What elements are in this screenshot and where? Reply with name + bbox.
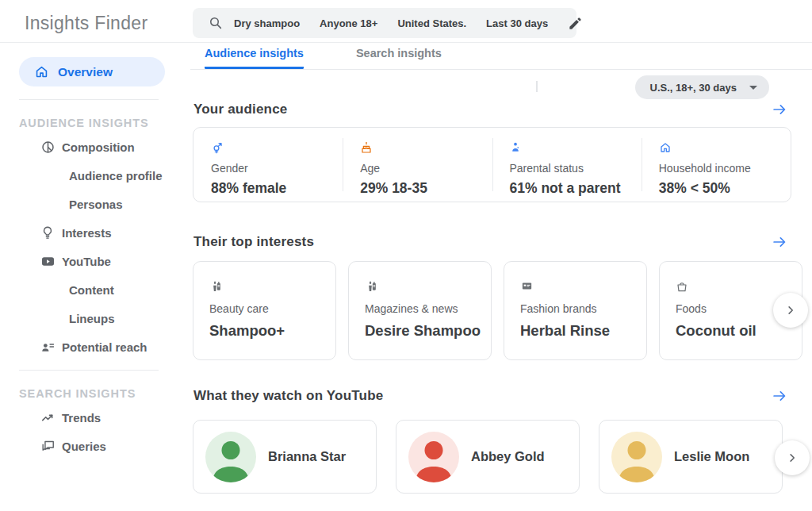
chevron-right-icon	[783, 303, 798, 317]
sidebar-divider	[19, 370, 159, 371]
channel-card-abbey-gold[interactable]: Abbey Gold	[396, 420, 580, 494]
brand-card-icon	[520, 280, 646, 293]
scroll-right-button[interactable]	[773, 293, 808, 328]
sidebar-item-label: Queries	[62, 440, 106, 453]
youtube-channels-row: Brianna Star Abbey Gold Leslie Moon	[193, 420, 812, 494]
channel-card-brianna-star[interactable]: Brianna Star	[193, 420, 377, 494]
sidebar-item-personas[interactable]: Personas	[0, 190, 190, 218]
interest-name: Desire Shampoo	[365, 322, 491, 340]
interest-category: Fashion brands	[520, 302, 646, 315]
channel-card-leslie-moon[interactable]: Leslie Moon	[599, 420, 783, 494]
app-title: Insights Finder	[25, 13, 147, 34]
search-audience-filter[interactable]: Anyone 18+	[320, 17, 377, 29]
sidebar-item-youtube[interactable]: YouTube	[0, 247, 190, 275]
sidebar-divider	[19, 99, 159, 100]
sidebar-item-label: Content	[69, 283, 114, 297]
stat-parental-status: Parental status 61% not a parent	[492, 128, 642, 202]
sidebar-item-potential-reach[interactable]: Potential reach	[0, 332, 190, 361]
people-list-icon	[40, 339, 56, 355]
sidebar-item-label: Overview	[58, 65, 113, 79]
your-audience-header: Your audience	[190, 100, 812, 119]
arrow-right-icon[interactable]	[771, 101, 788, 118]
sidebar: Overview AUDIENCE INSIGHTS Composition A…	[0, 43, 190, 511]
stat-value: 88% female	[211, 180, 343, 197]
stat-value: 38% < 50%	[659, 180, 791, 197]
tab-bar: Audience insights Search insights	[190, 43, 812, 70]
cake-icon	[360, 141, 492, 155]
interest-name: Herbal Rinse	[520, 322, 646, 340]
sidebar-item-label: Trends	[62, 411, 101, 425]
sidebar-item-queries[interactable]: Queries	[0, 432, 190, 460]
arrow-right-icon[interactable]	[771, 233, 788, 251]
stat-label: Household income	[659, 162, 791, 175]
chat-icon	[40, 438, 56, 454]
channel-name: Leslie Moon	[674, 449, 749, 464]
top-bar: Insights Finder Dry shampoo Anyone 18+ U…	[0, 0, 812, 43]
stat-label: Parental status	[510, 162, 642, 175]
interest-card-shampoo[interactable]: Beauty care Shampoo+	[193, 261, 336, 360]
search-location-filter[interactable]: United States.	[397, 17, 466, 29]
sidebar-item-lineups[interactable]: Lineups	[0, 304, 190, 332]
parent-icon	[510, 141, 642, 155]
filter-summary-chip[interactable]: U.S., 18+, 30 days	[635, 75, 769, 99]
home-icon	[34, 64, 49, 79]
interest-name: Shampoo+	[209, 322, 335, 340]
caret-down-icon	[749, 86, 757, 90]
search-icon	[209, 16, 223, 30]
search-query[interactable]: Dry shampoo	[234, 17, 300, 29]
sidebar-item-composition[interactable]: Composition	[0, 133, 190, 161]
arrow-right-icon[interactable]	[771, 387, 788, 405]
sidebar-item-label: Personas	[69, 198, 123, 211]
sidebar-section-header-search: SEARCH INSIGHTS	[19, 387, 190, 400]
sidebar-item-label: YouTube	[62, 255, 111, 268]
interest-card-herbal-rinse[interactable]: Fashion brands Herbal Rinse	[504, 261, 647, 360]
cosmetics-icon	[365, 280, 491, 293]
avatar	[611, 432, 662, 482]
scroll-right-button[interactable]	[775, 440, 810, 475]
sidebar-item-content[interactable]: Content	[0, 275, 190, 304]
sidebar-item-label: Composition	[62, 140, 135, 154]
interest-category: Magazines & news	[365, 302, 491, 315]
search-summary-bar[interactable]: Dry shampoo Anyone 18+ United States. La…	[193, 8, 576, 38]
stat-value: 29% 18-35	[360, 180, 492, 197]
search-daterange-filter[interactable]: Last 30 days	[486, 17, 548, 29]
audience-stats-card: Gender 88% female Age 29% 18-35 Parental…	[193, 127, 791, 202]
gender-icon	[211, 141, 343, 155]
top-interests-header: Their top interests	[190, 232, 812, 252]
sidebar-item-trends[interactable]: Trends	[0, 403, 190, 432]
stat-age: Age 29% 18-35	[343, 128, 492, 202]
sidebar-item-overview[interactable]: Overview	[19, 57, 165, 86]
channel-name: Brianna Star	[268, 449, 346, 464]
main-panel: Audience insights Search insights U.S., …	[190, 43, 812, 511]
cosmetics-icon	[209, 280, 335, 293]
cursor-tick	[536, 81, 538, 92]
pencil-icon[interactable]	[568, 16, 583, 31]
top-interests-row: Beauty care Shampoo+ Magazines & news De…	[193, 261, 812, 360]
basket-icon	[676, 280, 802, 293]
section-title: What they watch on YouTube	[193, 388, 383, 404]
youtube-icon	[40, 253, 56, 269]
sidebar-item-label: Lineups	[69, 312, 115, 325]
interest-category: Beauty care	[209, 302, 335, 315]
avatar	[408, 432, 459, 482]
sidebar-item-label: Interests	[62, 226, 112, 240]
trending-up-icon	[40, 409, 56, 425]
sidebar-section-header-audience: AUDIENCE INSIGHTS	[19, 117, 190, 129]
stat-label: Age	[360, 162, 492, 175]
sidebar-item-interests[interactable]: Interests	[0, 218, 190, 247]
stat-household-income: Household income 38% < 50%	[642, 128, 791, 202]
channel-name: Abbey Gold	[471, 449, 545, 464]
sidebar-item-label: Audience profile	[69, 169, 163, 182]
sidebar-item-audience-profile[interactable]: Audience profile	[0, 161, 190, 190]
chevron-right-icon	[785, 451, 799, 465]
stat-gender: Gender 88% female	[193, 128, 343, 202]
section-title: Their top interests	[193, 234, 314, 250]
tab-search-insights[interactable]: Search insights	[356, 47, 442, 69]
filter-chip-label: U.S., 18+, 30 days	[650, 82, 737, 94]
stat-value: 61% not a parent	[510, 180, 642, 197]
avatar	[205, 432, 256, 482]
sidebar-item-label: Potential reach	[62, 340, 147, 354]
interest-card-desire-shampoo[interactable]: Magazines & news Desire Shampoo	[348, 261, 492, 360]
section-title: Your audience	[193, 102, 287, 117]
tab-audience-insights[interactable]: Audience insights	[205, 47, 304, 69]
